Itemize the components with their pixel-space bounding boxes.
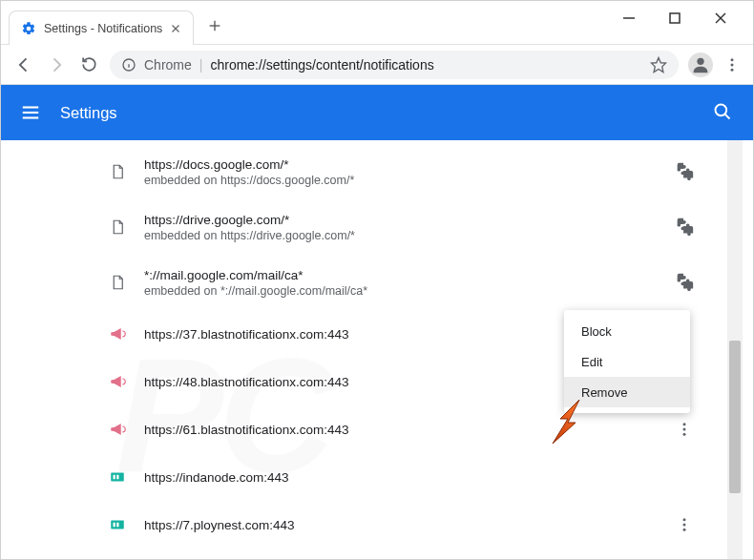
- annotation-arrow-icon: [539, 396, 597, 453]
- site-text: https://docs.google.com/*embedded on htt…: [144, 157, 656, 187]
- minimize-button[interactable]: [619, 9, 639, 28]
- svg-rect-26: [116, 475, 118, 480]
- site-favicon-icon: [108, 324, 127, 343]
- window-titlebar: Settings - Notifications: [1, 1, 753, 45]
- svg-point-13: [731, 58, 734, 61]
- context-menu-item-edit[interactable]: Edit: [564, 346, 690, 377]
- site-row[interactable]: https://drive.google.com/*embedded on ht…: [108, 199, 696, 255]
- settings-header: Settings: [1, 85, 753, 140]
- omnibox-path: chrome://settings/content/notifications: [210, 57, 433, 73]
- svg-rect-28: [114, 523, 115, 528]
- site-url: https://indanode.com:443: [144, 470, 656, 485]
- svg-point-21: [683, 423, 686, 425]
- svg-point-19: [716, 105, 727, 116]
- site-favicon-icon: [108, 162, 127, 181]
- svg-point-32: [683, 529, 686, 531]
- back-button[interactable]: [12, 53, 35, 76]
- scrollbar[interactable]: [727, 140, 743, 559]
- svg-marker-11: [652, 57, 666, 72]
- omnibox-host: Chrome: [144, 57, 192, 73]
- site-url: https://drive.google.com/*: [144, 213, 656, 227]
- forward-button[interactable]: [45, 53, 68, 76]
- extension-icon[interactable]: [673, 271, 696, 294]
- site-row[interactable]: https://indanode.com:443: [108, 453, 696, 501]
- svg-marker-33: [553, 400, 579, 444]
- maximize-button[interactable]: [665, 9, 684, 28]
- svg-point-31: [683, 524, 686, 527]
- search-icon[interactable]: [713, 102, 734, 123]
- menu-icon[interactable]: [20, 102, 41, 123]
- close-window-button[interactable]: [711, 9, 730, 28]
- settings-gear-icon: [21, 21, 36, 36]
- site-text: https://7.ploynest.com:443: [144, 518, 656, 532]
- svg-point-12: [697, 57, 703, 64]
- svg-point-30: [683, 518, 686, 521]
- site-favicon-icon: [108, 372, 127, 391]
- reload-button[interactable]: [77, 53, 100, 76]
- site-favicon-icon: [108, 273, 127, 292]
- site-embedded-label: embedded on https://docs.google.com/*: [144, 174, 656, 187]
- site-info-icon[interactable]: [121, 57, 136, 73]
- window-controls: [619, 1, 753, 28]
- site-embedded-label: embedded on *://mail.google.com/mail/ca*: [144, 284, 656, 298]
- svg-line-20: [725, 114, 730, 119]
- omnibox-separator: |: [199, 57, 203, 73]
- bookmark-star-icon[interactable]: [650, 56, 667, 73]
- site-text: https://indanode.com:443: [144, 470, 656, 485]
- svg-point-14: [731, 63, 734, 66]
- site-text: *://mail.google.com/mail/ca*embedded on …: [144, 268, 656, 298]
- svg-rect-25: [114, 475, 115, 480]
- site-favicon-icon: [108, 515, 127, 534]
- svg-point-23: [683, 433, 686, 436]
- site-favicon-icon: [108, 467, 127, 487]
- svg-point-15: [731, 68, 734, 71]
- context-menu-item-block[interactable]: Block: [564, 316, 690, 346]
- spacer: [673, 466, 696, 488]
- profile-avatar[interactable]: [688, 52, 713, 77]
- browser-tab[interactable]: Settings - Notifications: [9, 10, 194, 45]
- site-text: https://drive.google.com/*embedded on ht…: [144, 213, 656, 242]
- new-tab-button[interactable]: [201, 12, 228, 39]
- site-url: https://docs.google.com/*: [144, 157, 656, 172]
- site-url: *://mail.google.com/mail/ca*: [144, 268, 656, 282]
- site-url: https://7.ploynest.com:443: [144, 518, 656, 532]
- site-favicon-icon: [108, 420, 127, 439]
- site-row[interactable]: https://docs.google.com/*embedded on htt…: [108, 144, 696, 199]
- site-more-button[interactable]: [673, 418, 696, 441]
- svg-point-22: [683, 428, 686, 431]
- extension-icon[interactable]: [673, 160, 696, 183]
- scrollbar-thumb[interactable]: [729, 341, 741, 493]
- browser-toolbar: Chrome | chrome://settings/content/notif…: [1, 45, 753, 85]
- site-embedded-label: embedded on https://drive.google.com/*: [144, 229, 656, 242]
- site-favicon-icon: [108, 218, 127, 237]
- address-bar[interactable]: Chrome | chrome://settings/content/notif…: [110, 51, 679, 79]
- site-more-button[interactable]: [673, 513, 696, 536]
- close-tab-icon[interactable]: [170, 23, 181, 34]
- tab-title: Settings - Notifications: [44, 22, 162, 35]
- extension-icon[interactable]: [673, 216, 696, 239]
- chrome-menu-button[interactable]: [723, 53, 742, 76]
- svg-rect-5: [670, 13, 680, 23]
- page-title: Settings: [60, 104, 117, 122]
- site-row[interactable]: https://7.ploynest.com:443: [108, 501, 696, 549]
- site-row[interactable]: *://mail.google.com/mail/ca*embedded on …: [108, 255, 696, 310]
- svg-rect-29: [116, 523, 118, 528]
